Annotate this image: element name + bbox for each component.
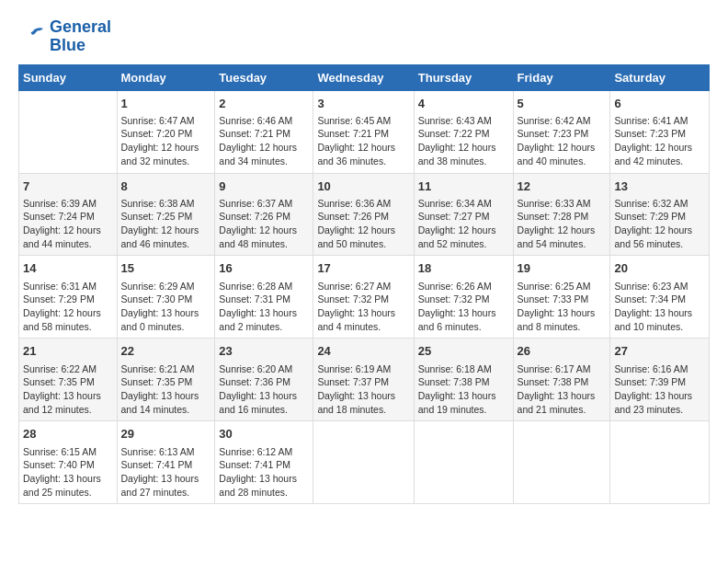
- weekday-header-monday: Monday: [117, 64, 215, 90]
- day-number: 25: [418, 343, 509, 360]
- calendar-cell: 5Sunrise: 6:42 AM Sunset: 7:23 PM Daylig…: [513, 90, 610, 173]
- day-info: Sunrise: 6:27 AM Sunset: 7:32 PM Dayligh…: [317, 280, 409, 334]
- weekday-header-saturday: Saturday: [610, 64, 710, 90]
- day-number: 19: [518, 260, 607, 277]
- calendar-cell: 27Sunrise: 6:16 AM Sunset: 7:39 PM Dayli…: [610, 339, 710, 421]
- day-number: 16: [219, 260, 309, 277]
- day-info: Sunrise: 6:22 AM Sunset: 7:35 PM Dayligh…: [23, 362, 113, 417]
- weekday-header-thursday: Thursday: [414, 64, 513, 90]
- day-info: Sunrise: 6:47 AM Sunset: 7:20 PM Dayligh…: [121, 114, 211, 168]
- day-number: 8: [121, 178, 211, 195]
- day-number: 14: [23, 260, 113, 277]
- calendar-week-1: 1Sunrise: 6:47 AM Sunset: 7:20 PM Daylig…: [19, 90, 710, 173]
- calendar-cell: 6Sunrise: 6:41 AM Sunset: 7:23 PM Daylig…: [610, 90, 710, 173]
- day-number: 12: [518, 178, 607, 195]
- calendar-week-4: 21Sunrise: 6:22 AM Sunset: 7:35 PM Dayli…: [19, 339, 710, 421]
- day-info: Sunrise: 6:41 AM Sunset: 7:23 PM Dayligh…: [614, 114, 705, 168]
- day-number: 18: [418, 260, 509, 277]
- calendar-cell: 11Sunrise: 6:34 AM Sunset: 7:27 PM Dayli…: [414, 173, 513, 256]
- calendar-cell: 15Sunrise: 6:29 AM Sunset: 7:30 PM Dayli…: [117, 256, 215, 339]
- logo: General Blue: [18, 18, 111, 55]
- day-info: Sunrise: 6:36 AM Sunset: 7:26 PM Dayligh…: [317, 197, 409, 251]
- weekday-header-tuesday: Tuesday: [215, 64, 313, 90]
- day-number: 30: [219, 426, 309, 442]
- day-info: Sunrise: 6:46 AM Sunset: 7:21 PM Dayligh…: [219, 114, 309, 168]
- day-number: 21: [23, 343, 113, 360]
- logo-text: General Blue: [50, 18, 111, 55]
- calendar-cell: 3Sunrise: 6:45 AM Sunset: 7:21 PM Daylig…: [313, 90, 414, 173]
- calendar-cell: 9Sunrise: 6:37 AM Sunset: 7:26 PM Daylig…: [215, 173, 313, 256]
- calendar-cell: [19, 90, 118, 173]
- calendar-week-3: 14Sunrise: 6:31 AM Sunset: 7:29 PM Dayli…: [19, 256, 710, 339]
- day-number: 5: [518, 96, 607, 112]
- day-number: 20: [614, 260, 705, 277]
- calendar-cell: 25Sunrise: 6:18 AM Sunset: 7:38 PM Dayli…: [414, 339, 513, 421]
- day-info: Sunrise: 6:28 AM Sunset: 7:31 PM Dayligh…: [219, 280, 309, 334]
- weekday-header-row: SundayMondayTuesdayWednesdayThursdayFrid…: [19, 64, 710, 90]
- day-number: 7: [23, 178, 113, 195]
- calendar-cell: 23Sunrise: 6:20 AM Sunset: 7:36 PM Dayli…: [215, 339, 313, 421]
- calendar-cell: [414, 421, 513, 504]
- calendar-week-2: 7Sunrise: 6:39 AM Sunset: 7:24 PM Daylig…: [19, 173, 710, 256]
- calendar-cell: 22Sunrise: 6:21 AM Sunset: 7:35 PM Dayli…: [117, 339, 215, 421]
- day-info: Sunrise: 6:32 AM Sunset: 7:29 PM Dayligh…: [614, 197, 705, 251]
- day-number: 4: [418, 96, 509, 112]
- day-info: Sunrise: 6:17 AM Sunset: 7:38 PM Dayligh…: [518, 362, 607, 417]
- day-info: Sunrise: 6:45 AM Sunset: 7:21 PM Dayligh…: [317, 114, 409, 168]
- logo-icon: [18, 23, 46, 51]
- calendar-cell: [610, 421, 710, 504]
- calendar-week-5: 28Sunrise: 6:15 AM Sunset: 7:40 PM Dayli…: [19, 421, 710, 504]
- day-number: 6: [614, 96, 705, 112]
- calendar-cell: 7Sunrise: 6:39 AM Sunset: 7:24 PM Daylig…: [19, 173, 118, 256]
- calendar-cell: 13Sunrise: 6:32 AM Sunset: 7:29 PM Dayli…: [610, 173, 710, 256]
- calendar-cell: 21Sunrise: 6:22 AM Sunset: 7:35 PM Dayli…: [19, 339, 118, 421]
- calendar-cell: 2Sunrise: 6:46 AM Sunset: 7:21 PM Daylig…: [215, 90, 313, 173]
- day-number: 10: [317, 178, 409, 195]
- day-info: Sunrise: 6:42 AM Sunset: 7:23 PM Dayligh…: [518, 114, 607, 168]
- calendar-cell: 26Sunrise: 6:17 AM Sunset: 7:38 PM Dayli…: [513, 339, 610, 421]
- calendar-cell: 14Sunrise: 6:31 AM Sunset: 7:29 PM Dayli…: [19, 256, 118, 339]
- day-info: Sunrise: 6:39 AM Sunset: 7:24 PM Dayligh…: [23, 197, 113, 251]
- day-number: 2: [219, 96, 309, 112]
- calendar-cell: 17Sunrise: 6:27 AM Sunset: 7:32 PM Dayli…: [313, 256, 414, 339]
- day-number: 29: [121, 426, 211, 442]
- day-number: 28: [23, 426, 113, 442]
- day-info: Sunrise: 6:13 AM Sunset: 7:41 PM Dayligh…: [121, 445, 211, 500]
- day-info: Sunrise: 6:15 AM Sunset: 7:40 PM Dayligh…: [23, 445, 113, 500]
- day-number: 24: [317, 343, 409, 360]
- calendar-table: SundayMondayTuesdayWednesdayThursdayFrid…: [18, 64, 710, 505]
- day-info: Sunrise: 6:16 AM Sunset: 7:39 PM Dayligh…: [614, 362, 705, 417]
- day-number: 3: [317, 96, 409, 112]
- day-number: 27: [614, 343, 705, 360]
- day-number: 15: [121, 260, 211, 277]
- calendar-cell: 1Sunrise: 6:47 AM Sunset: 7:20 PM Daylig…: [117, 90, 215, 173]
- calendar-cell: 20Sunrise: 6:23 AM Sunset: 7:34 PM Dayli…: [610, 256, 710, 339]
- day-info: Sunrise: 6:29 AM Sunset: 7:30 PM Dayligh…: [121, 280, 211, 334]
- day-info: Sunrise: 6:37 AM Sunset: 7:26 PM Dayligh…: [219, 197, 309, 251]
- weekday-header-wednesday: Wednesday: [313, 64, 414, 90]
- calendar-cell: 29Sunrise: 6:13 AM Sunset: 7:41 PM Dayli…: [117, 421, 215, 504]
- day-info: Sunrise: 6:33 AM Sunset: 7:28 PM Dayligh…: [518, 197, 607, 251]
- page-header: General Blue: [18, 18, 710, 55]
- day-number: 17: [317, 260, 409, 277]
- day-number: 13: [614, 178, 705, 195]
- day-number: 11: [418, 178, 509, 195]
- day-info: Sunrise: 6:31 AM Sunset: 7:29 PM Dayligh…: [23, 280, 113, 334]
- calendar-cell: 16Sunrise: 6:28 AM Sunset: 7:31 PM Dayli…: [215, 256, 313, 339]
- calendar-cell: 19Sunrise: 6:25 AM Sunset: 7:33 PM Dayli…: [513, 256, 610, 339]
- day-info: Sunrise: 6:38 AM Sunset: 7:25 PM Dayligh…: [121, 197, 211, 251]
- day-number: 22: [121, 343, 211, 360]
- day-info: Sunrise: 6:18 AM Sunset: 7:38 PM Dayligh…: [418, 362, 509, 417]
- weekday-header-friday: Friday: [513, 64, 610, 90]
- day-number: 26: [518, 343, 607, 360]
- day-info: Sunrise: 6:23 AM Sunset: 7:34 PM Dayligh…: [614, 280, 705, 334]
- day-number: 23: [219, 343, 309, 360]
- calendar-cell: [313, 421, 414, 504]
- day-info: Sunrise: 6:25 AM Sunset: 7:33 PM Dayligh…: [518, 280, 607, 334]
- day-info: Sunrise: 6:21 AM Sunset: 7:35 PM Dayligh…: [121, 362, 211, 417]
- day-number: 9: [219, 178, 309, 195]
- calendar-cell: 4Sunrise: 6:43 AM Sunset: 7:22 PM Daylig…: [414, 90, 513, 173]
- day-info: Sunrise: 6:20 AM Sunset: 7:36 PM Dayligh…: [219, 362, 309, 417]
- calendar-cell: 12Sunrise: 6:33 AM Sunset: 7:28 PM Dayli…: [513, 173, 610, 256]
- calendar-cell: 28Sunrise: 6:15 AM Sunset: 7:40 PM Dayli…: [19, 421, 118, 504]
